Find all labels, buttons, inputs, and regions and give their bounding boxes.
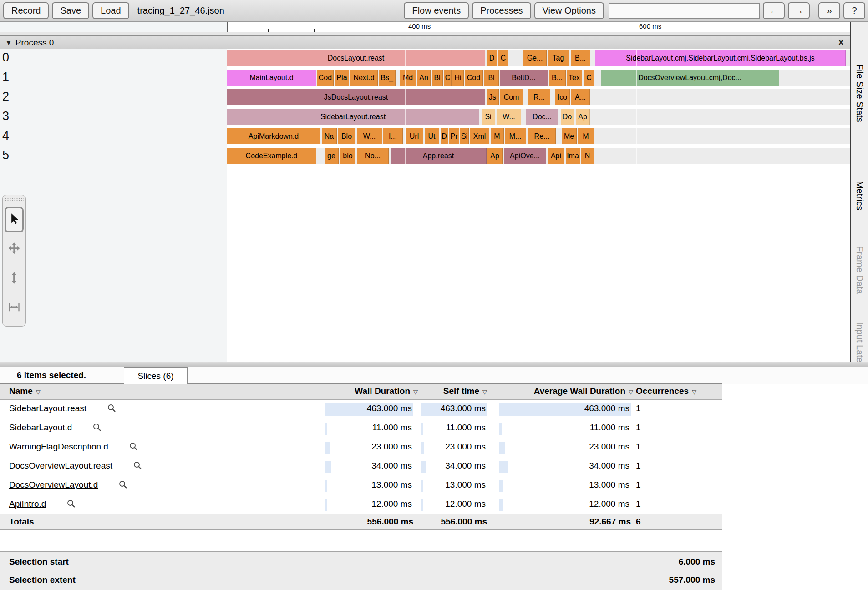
more-options-button[interactable]: » [818,2,840,19]
trace-slice[interactable]: I... [383,128,403,144]
trace-slice[interactable]: Ap [487,148,503,164]
trace-slice[interactable]: Ima [566,148,580,164]
find-next-button[interactable]: → [788,2,810,19]
trace-slice[interactable]: C [498,50,508,66]
trace-slice[interactable]: R... [528,89,550,105]
trace-slice[interactable]: Me [562,128,577,144]
trace-slice[interactable]: Xml [470,128,489,144]
trace-slice[interactable]: Com [500,89,523,105]
magnifier-icon[interactable] [133,461,143,471]
trace-slice[interactable]: Na [322,128,337,144]
track-row[interactable]: MainLayout.dCodPlaNext.dBs_MdAnBlCHiCodB… [227,70,850,86]
trace-slice[interactable]: N [581,148,594,164]
trace-slice[interactable]: M [491,128,504,144]
trace-slice[interactable]: Bs_ [379,70,396,86]
magnifier-icon[interactable] [129,442,139,452]
slice-name-link[interactable]: DocsOverviewLayout.reast [9,461,112,471]
side-tab-frame-data[interactable]: Frame Data [854,246,865,294]
flow-events-button[interactable]: Flow events [404,2,469,19]
trace-slice[interactable]: C [584,70,594,86]
trace-slice[interactable]: W... [357,128,382,144]
zoom-tool-button[interactable] [3,264,25,293]
track-row[interactable]: DocsLayout.reastDCGe...TagB...SidebarLay… [227,50,850,66]
trace-slice[interactable]: Bl [432,70,443,86]
trace-slice[interactable]: M [578,128,594,144]
trace-slice[interactable]: D [441,128,448,144]
column-header-self-time[interactable]: Self time▽ [421,386,487,396]
slice-name-link[interactable]: SidebarLayout.d [9,423,72,433]
slice-name-link[interactable]: SidebarLayout.reast [9,403,86,413]
track-row[interactable]: JsDocsLayout.reastJsComR...IcoA... [227,89,850,105]
trace-slice[interactable]: Cod [317,70,334,86]
selection-tool-button[interactable] [3,205,25,235]
trace-slice[interactable]: Pr [449,128,459,144]
trace-slice[interactable]: ge [325,148,339,164]
track-row[interactable]: CodeExample.dgebloNo...App.reastApApiOve… [227,148,850,164]
trace-slice[interactable]: Md [400,70,416,86]
magnifier-icon[interactable] [66,499,76,509]
column-header-wall-duration[interactable]: Wall Duration▽ [325,386,418,396]
track-row[interactable]: ApiMarkdown.dNaBloW...I...UrlUtDPrSiXmlM… [227,128,850,144]
pan-tool-button[interactable] [3,235,25,264]
trace-slice[interactable]: Js [487,89,499,105]
magnifier-icon[interactable] [92,423,102,433]
trace-slice[interactable]: M... [505,128,526,144]
trace-slice[interactable]: BeltD... [500,70,548,86]
trace-slice[interactable]: Url [406,128,423,144]
trace-slice[interactable]: Cod [465,70,483,86]
panel-splitter-handle[interactable] [0,362,868,367]
trace-slice[interactable]: Ico [555,89,570,105]
record-button[interactable]: Record [3,2,49,19]
trace-slice[interactable]: Ut [425,128,439,144]
trace-slice[interactable]: Api [548,148,564,164]
search-input[interactable] [609,3,760,19]
view-options-button[interactable]: View Options [534,2,604,19]
trace-slice[interactable]: Bl [484,70,499,86]
help-button[interactable]: ? [843,2,865,19]
slice-name-link[interactable]: WarningFlagDescription.d [9,442,108,452]
trace-slice[interactable]: C [444,70,452,86]
flame-chart[interactable]: DocsLayout.reastDCGe...TagB...SidebarLay… [227,49,850,362]
trace-slice[interactable]: DocsLayout.reast [227,50,485,66]
trace-slice[interactable]: Next.d [350,70,378,86]
trace-slice[interactable]: Tag [548,50,569,66]
trace-slice[interactable]: MainLayout.d [227,70,316,86]
trace-slice[interactable]: JsDocsLayout.reast [227,89,485,105]
trace-slice[interactable]: Blo [338,128,355,144]
palette-grip-handle[interactable] [5,197,24,203]
trace-slice[interactable]: No... [357,148,389,164]
load-button[interactable]: Load [92,2,129,19]
trace-slice[interactable]: blo [340,148,355,164]
trace-slice[interactable]: ApiOve... [504,148,546,164]
trace-slice[interactable]: Si [482,109,495,125]
close-process-button[interactable]: X [838,38,844,48]
trace-slice[interactable]: B... [571,50,590,66]
processes-button[interactable]: Processes [472,2,531,19]
trace-slice[interactable]: An [417,70,431,86]
trace-slice[interactable]: Doc... [526,109,558,125]
trace-slice[interactable]: D [487,50,497,66]
trace-slice[interactable]: Hi [452,70,464,86]
trace-slice[interactable]: ApiMarkdown.d [227,128,320,144]
trace-slice[interactable]: SidebarLayout.reast [227,109,479,125]
find-previous-button[interactable]: ← [763,2,785,19]
slice-name-link[interactable]: DocsOverviewLayout.d [9,480,98,490]
trace-slice[interactable]: CodeExample.d [227,148,316,164]
column-header-average-wall-duration[interactable]: Average Wall Duration▽ [496,386,633,396]
trace-slice[interactable]: Ap [576,109,590,125]
tab-slices[interactable]: Slices (6) [124,367,188,384]
collapse-caret-icon[interactable]: ▼ [5,39,12,46]
trace-slice[interactable]: DocsOverviewLayout.cmj,Doc... [601,70,779,86]
column-header-name[interactable]: Name▽ [9,386,41,396]
trace-slice[interactable]: SidebarLayout.cmj,SidebarLayout.cmi,Side… [595,50,846,66]
trace-slice[interactable]: B... [549,70,566,86]
trace-slice[interactable]: Do [561,109,574,125]
trace-slice[interactable]: Pla [335,70,349,86]
save-button[interactable]: Save [52,2,89,19]
trace-slice[interactable]: Re... [528,128,556,144]
side-tab-metrics[interactable]: Metrics [854,181,865,210]
column-header-occurrences[interactable]: Occurrences▽ [636,386,696,396]
trace-slice[interactable]: W... [497,109,521,125]
side-tab-file-size-stats[interactable]: File Size Stats [854,64,865,122]
timing-tool-button[interactable] [3,293,25,322]
